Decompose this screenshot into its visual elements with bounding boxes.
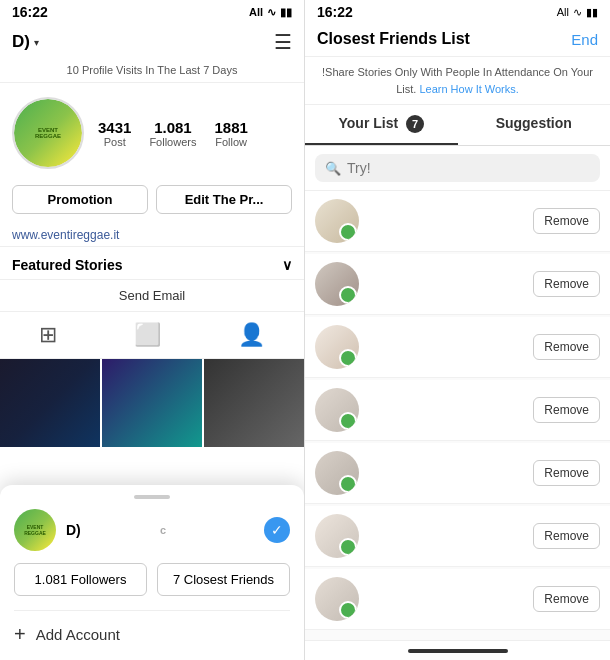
photo-cell-2[interactable]: [102, 359, 202, 447]
add-account-label: Add Account: [36, 626, 120, 643]
avatar: EVENTREGGAE: [12, 97, 84, 169]
avatar-inner: EVENTREGGAE: [14, 99, 82, 167]
photo-cell-3[interactable]: [204, 359, 304, 447]
promotion-button[interactable]: Promotion: [12, 185, 148, 214]
search-bar: 🔍: [305, 146, 610, 191]
right-status-icons: All ∿ ▮▮: [557, 6, 598, 19]
remove-button-6[interactable]: Remove: [533, 523, 600, 549]
posts-label: Post: [104, 136, 126, 148]
left-panel: 16:22 All ∿ ▮▮ D) ▾ ☰ 10 Profile Visits …: [0, 0, 305, 660]
closest-friends-button[interactable]: 7 Closest Friends: [157, 563, 290, 596]
stat-posts: 3431 Post: [98, 119, 131, 148]
featured-stories-row: Featured Stories ∨: [0, 246, 304, 279]
right-battery-icon: ▮▮: [586, 6, 598, 19]
add-account-row[interactable]: + Add Account: [14, 610, 290, 646]
tab-your-list-label: Your List: [338, 115, 398, 131]
right-time: 16:22: [317, 4, 353, 20]
home-indicator: [408, 649, 508, 653]
tab-your-list[interactable]: Your List 7: [305, 105, 458, 145]
sheet-username: D): [66, 522, 160, 538]
left-status-icons: All ∿ ▮▮: [249, 6, 292, 19]
profile-url[interactable]: www.eventireggae.it: [0, 224, 304, 246]
right-wifi-icon: ∿: [573, 6, 582, 19]
sheet-subtext: c: [160, 524, 254, 536]
check-icon: ✓: [264, 517, 290, 543]
friend-avatar-4: [315, 388, 359, 432]
stats-row: 3431 Post 1.081 Followers 1881 Follow: [98, 119, 248, 148]
person-tab-icon[interactable]: 👤: [238, 322, 265, 348]
friend-avatar-2: [315, 262, 359, 306]
end-button[interactable]: End: [571, 31, 598, 48]
tag-tab-icon[interactable]: ⬜: [134, 322, 161, 348]
remove-button-4[interactable]: Remove: [533, 397, 600, 423]
posts-count: 3431: [98, 119, 131, 136]
tabs-row: Your List 7 Suggestion: [305, 105, 610, 146]
network-label: All: [249, 6, 263, 18]
edit-profile-button[interactable]: Edit The Pr...: [156, 185, 292, 214]
remove-button-5[interactable]: Remove: [533, 460, 600, 486]
profile-header: D) ▾ ☰: [0, 24, 304, 60]
search-input[interactable]: [347, 160, 590, 176]
photo-cell-1[interactable]: [0, 359, 100, 447]
tab-icons-row: ⊞ ⬜ 👤: [0, 312, 304, 359]
remove-button-3[interactable]: Remove: [533, 334, 600, 360]
sheet-account-row: EVENTREGGAE D) c ✓: [14, 509, 290, 551]
right-status-bar: 16:22 All ∿ ▮▮: [305, 0, 610, 24]
right-panel: 16:22 All ∿ ▮▮ Closest Friends List End …: [305, 0, 610, 660]
tab-suggestion-label: Suggestion: [496, 115, 572, 131]
friend-item: Remove: [305, 443, 610, 504]
grid-tab-icon[interactable]: ⊞: [39, 322, 57, 348]
remove-button-7[interactable]: Remove: [533, 586, 600, 612]
left-status-bar: 16:22 All ∿ ▮▮: [0, 0, 304, 24]
tab-badge: 7: [406, 115, 424, 133]
following-count: 1881: [214, 119, 247, 136]
friend-item: Remove: [305, 254, 610, 315]
followers-label: Followers: [149, 136, 196, 148]
friend-avatar-1: [315, 199, 359, 243]
profile-info: EVENTREGGAE 3431 Post 1.081 Followers 18…: [0, 83, 304, 179]
right-title: Closest Friends List: [317, 30, 470, 48]
dropdown-icon[interactable]: ▾: [34, 37, 39, 48]
search-input-wrapper: 🔍: [315, 154, 600, 182]
visit-banner: 10 Profile Visits In The Last 7 Days: [0, 60, 304, 83]
remove-button-1[interactable]: Remove: [533, 208, 600, 234]
stat-followers: 1.081 Followers: [149, 119, 196, 148]
info-banner: !Share Stories Only With People In Atten…: [305, 57, 610, 105]
followers-count: 1.081: [154, 119, 192, 136]
hamburger-menu-icon[interactable]: ☰: [274, 30, 292, 54]
profile-username: D): [12, 32, 30, 52]
left-time: 16:22: [12, 4, 48, 20]
friend-avatar-7: [315, 577, 359, 621]
friend-item: Remove: [305, 506, 610, 567]
right-header: Closest Friends List End: [305, 24, 610, 57]
tab-suggestion[interactable]: Suggestion: [458, 105, 611, 145]
profile-buttons: Promotion Edit The Pr...: [0, 179, 304, 224]
featured-stories-label: Featured Stories: [12, 257, 122, 273]
stat-following: 1881 Follow: [214, 119, 247, 148]
learn-how-link[interactable]: Learn How It Works.: [419, 83, 518, 95]
friend-item: Remove: [305, 317, 610, 378]
friend-item: Remove: [305, 191, 610, 252]
wifi-icon: ∿: [267, 6, 276, 19]
friend-item: Remove: [305, 569, 610, 630]
friend-avatar-6: [315, 514, 359, 558]
following-label: Follow: [215, 136, 247, 148]
send-email[interactable]: Send Email: [0, 279, 304, 312]
plus-icon: +: [14, 623, 26, 646]
bottom-home-bar: [305, 640, 610, 660]
sheet-handle: [134, 495, 170, 499]
sheet-avatar: EVENTREGGAE: [14, 509, 56, 551]
right-network-label: All: [557, 6, 569, 18]
friend-item: Remove: [305, 380, 610, 441]
featured-chevron-icon[interactable]: ∨: [282, 257, 292, 273]
friend-avatar-3: [315, 325, 359, 369]
friend-avatar-5: [315, 451, 359, 495]
remove-button-2[interactable]: Remove: [533, 271, 600, 297]
friends-list: Remove Remove Remove Remove Remove Remov…: [305, 191, 610, 640]
battery-icon: ▮▮: [280, 6, 292, 19]
sheet-buttons: 1.081 Followers 7 Closest Friends: [14, 563, 290, 596]
search-icon: 🔍: [325, 161, 341, 176]
bottom-sheet: EVENTREGGAE D) c ✓ 1.081 Followers 7 Clo…: [0, 485, 304, 660]
followers-button[interactable]: 1.081 Followers: [14, 563, 147, 596]
